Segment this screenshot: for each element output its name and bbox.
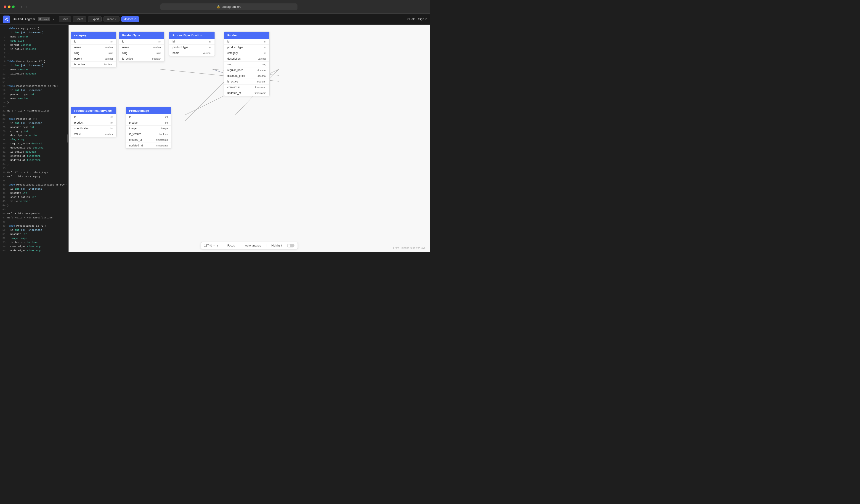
- field-type: slug: [109, 52, 113, 54]
- zoom-in-button[interactable]: +: [217, 244, 218, 247]
- share-icon: [4, 17, 8, 21]
- line-number: 24: [0, 121, 7, 125]
- import-button[interactable]: Import ▾: [103, 16, 119, 22]
- dbdocs-button[interactable]: dbdocs.io: [121, 16, 139, 22]
- close-traffic-light[interactable]: [4, 5, 6, 8]
- code-line: 39Table ProductSpecificationValue as PSV…: [0, 183, 68, 187]
- minimize-traffic-light[interactable]: [8, 5, 11, 8]
- field-name: id: [122, 40, 124, 43]
- line-number: 13: [0, 76, 7, 80]
- table-row: id int: [71, 114, 116, 120]
- field-type: int: [165, 116, 168, 118]
- table-row: description varchar: [224, 56, 269, 62]
- code-line: 37Ref: C.id < P.category: [0, 175, 68, 179]
- forward-button[interactable]: ›: [25, 4, 29, 9]
- table-producttype[interactable]: ProductType id int name varchar slug slu…: [119, 31, 164, 62]
- table-row: slug slug: [71, 50, 116, 56]
- auto-arrange-button[interactable]: Auto-arrange: [244, 244, 262, 248]
- table-row: id int: [126, 114, 171, 120]
- line-number: 9: [0, 59, 7, 63]
- line-number: 11: [0, 68, 7, 72]
- line-number: 29: [0, 142, 7, 146]
- table-productspecificationvalue[interactable]: ProductSpecificationValue id int product…: [71, 107, 116, 137]
- code-line: 17 product_type int: [0, 92, 68, 97]
- table-row: product int: [71, 120, 116, 126]
- help-button[interactable]: ? Help: [407, 17, 416, 21]
- line-number: 14: [0, 80, 7, 84]
- export-button[interactable]: Export: [88, 16, 102, 22]
- code-line: 27 description varchar: [0, 133, 68, 138]
- main-layout: 1Table category as C {2 id int [pk, incr…: [0, 25, 430, 252]
- code-line: 4 slug slug: [0, 39, 68, 43]
- table-row: slug slug: [119, 50, 164, 56]
- table-row: name varchar: [169, 50, 215, 56]
- signin-button[interactable]: Sign in: [418, 17, 427, 21]
- line-number: 35: [0, 166, 7, 170]
- field-type: varchar: [203, 52, 211, 54]
- line-content: updated_at timestamp: [7, 248, 41, 252]
- field-type: varchar: [105, 57, 113, 60]
- address-bar[interactable]: 🔒 dbdiagram.io/d: [160, 3, 298, 10]
- code-line: 31 is_active boolean: [0, 150, 68, 154]
- line-content: Table ProductSpecificationValue as PSV {: [7, 183, 68, 187]
- zoom-controls: 117 % − +: [204, 244, 218, 247]
- code-line: 53 is_feature boolean: [0, 240, 68, 244]
- field-type: int: [110, 127, 113, 130]
- table-productspecification[interactable]: ProductSpecification id int product_type…: [169, 31, 215, 56]
- code-line: 13}: [0, 76, 68, 80]
- table-row: name varchar: [119, 45, 164, 50]
- table-productimage-header: ProductImage: [126, 107, 171, 114]
- line-number: 37: [0, 175, 7, 179]
- line-number: 25: [0, 125, 7, 129]
- field-type: slug: [157, 52, 161, 54]
- code-line: 12 is_active boolean: [0, 72, 68, 76]
- field-name: product_type: [172, 46, 188, 49]
- line-number: 6: [0, 47, 7, 51]
- line-number: 26: [0, 129, 7, 133]
- field-name: id: [172, 40, 174, 43]
- field-type: int: [263, 52, 266, 54]
- table-row: id int: [71, 39, 116, 45]
- code-editor[interactable]: 1Table category as C {2 id int [pk, incr…: [0, 27, 68, 252]
- line-number: 28: [0, 138, 7, 142]
- save-button[interactable]: Save: [59, 16, 71, 22]
- code-panel[interactable]: 1Table category as C {2 id int [pk, incr…: [0, 25, 69, 252]
- field-type: int: [110, 116, 113, 118]
- code-line: 52 image image: [0, 236, 68, 240]
- field-name: product: [74, 121, 83, 124]
- line-number: 31: [0, 150, 7, 154]
- table-category[interactable]: category id int name varchar slug slug p…: [71, 31, 116, 68]
- line-content: is_feature boolean: [7, 240, 38, 244]
- field-name: id: [74, 40, 76, 43]
- field-name: name: [172, 52, 180, 55]
- field-type: timestamp: [255, 91, 266, 95]
- field-type: int: [110, 121, 113, 124]
- line-content: }: [7, 51, 9, 55]
- title-dropdown-arrow[interactable]: ▾: [53, 18, 54, 20]
- share-button[interactable]: Share: [73, 16, 86, 22]
- table-product[interactable]: Product id int product_type int category…: [224, 31, 270, 96]
- diagram-canvas[interactable]: category id int name varchar slug slug p…: [69, 25, 430, 252]
- code-line: 40 id int [pk, increment]: [0, 187, 68, 191]
- field-name: name: [74, 46, 81, 49]
- field-type: decimal: [258, 74, 266, 77]
- line-content: Table category as C {: [7, 27, 39, 31]
- maximize-traffic-light[interactable]: [12, 5, 15, 8]
- table-row: is_active boolean: [119, 56, 164, 61]
- back-button[interactable]: ‹: [19, 4, 23, 9]
- code-line: 55 updated_at timestamp: [0, 248, 68, 252]
- focus-button[interactable]: Focus: [226, 244, 236, 248]
- field-type: varchar: [105, 46, 113, 49]
- field-name: id: [227, 40, 229, 43]
- line-number: 30: [0, 146, 7, 150]
- table-row: id int: [169, 39, 215, 45]
- table-productimage[interactable]: ProductImage id int product int image im…: [126, 107, 171, 148]
- line-content: image image: [7, 236, 27, 240]
- line-number: 40: [0, 187, 7, 191]
- zoom-out-button[interactable]: −: [213, 244, 215, 247]
- line-number: 20: [0, 105, 7, 109]
- highlight-toggle[interactable]: [287, 244, 294, 247]
- code-line: 28 slug slug: [0, 138, 68, 142]
- line-content: created_at timestamp: [7, 244, 41, 248]
- field-name: parent: [74, 57, 82, 60]
